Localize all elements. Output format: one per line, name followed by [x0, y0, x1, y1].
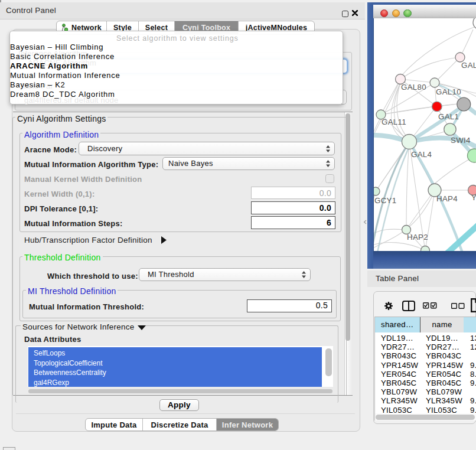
svg-text:HAP2: HAP2 [407, 233, 428, 242]
svg-text:GAL11: GAL11 [382, 118, 406, 126]
svg-text:GAL4: GAL4 [411, 150, 432, 159]
svg-text:GAL10: GAL10 [436, 87, 461, 96]
svg-text:SWI4: SWI4 [451, 136, 471, 145]
svg-text:GCY1: GCY1 [374, 196, 396, 205]
svg-text:GAL1: GAL1 [438, 112, 459, 121]
svg-text:Y: Y [471, 193, 476, 202]
svg-text:GAL80: GAL80 [401, 83, 426, 92]
svg-text:GAL7: GAL7 [461, 61, 476, 70]
svg-text:HAP4: HAP4 [436, 194, 458, 203]
